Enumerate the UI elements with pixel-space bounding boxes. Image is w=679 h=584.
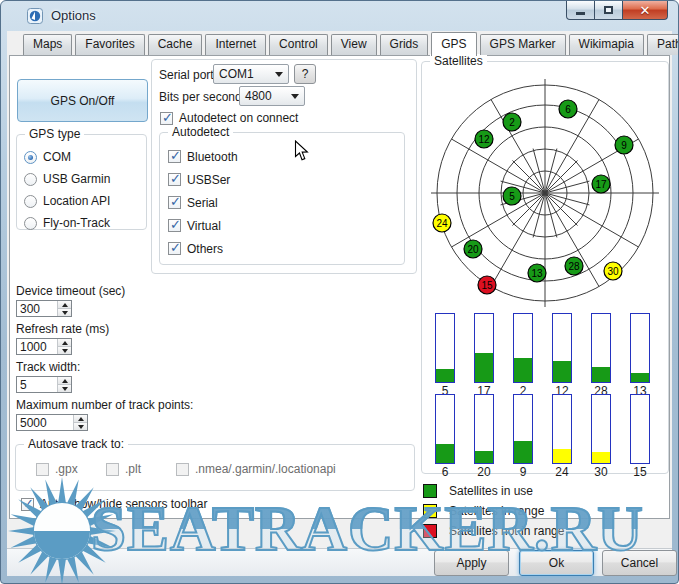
maximize-button[interactable] — [594, 1, 623, 20]
spin-up-button[interactable] — [58, 377, 71, 385]
checkbox-option[interactable]: Virtual — [168, 214, 238, 237]
checkbox-option[interactable]: Others — [168, 237, 238, 260]
tab-favorites[interactable]: Favorites — [75, 34, 144, 55]
bits-per-second-combo[interactable]: 4800 — [239, 86, 305, 106]
signal-bar — [513, 313, 533, 383]
satellite-dot: 17 — [592, 175, 610, 193]
checkbox-icon[interactable] — [21, 498, 34, 511]
triangle-up-icon — [62, 303, 68, 307]
checkbox-icon[interactable] — [168, 173, 181, 186]
radio-option[interactable]: USB Garmin — [24, 168, 110, 190]
sensors-toolbar-label: Auto show/hide sensors toolbar — [40, 497, 207, 511]
autodetect-group: Autodetect BluetoothUSBSerSerialVirtualO… — [159, 132, 405, 265]
spin-down-button[interactable] — [58, 385, 71, 392]
radio-label: USB Garmin — [43, 172, 110, 186]
radio-option[interactable]: Fly-on-Track — [24, 212, 110, 234]
checkbox-icon[interactable] — [168, 196, 181, 209]
svg-text:6: 6 — [565, 104, 571, 115]
tab-wikimapia[interactable]: Wikimapia — [569, 34, 644, 55]
tab-cache[interactable]: Cache — [148, 34, 203, 55]
checkbox-icon[interactable] — [176, 463, 189, 476]
autosave-group-label: Autosave track to: — [24, 437, 128, 451]
autodetect-on-connect-checkbox[interactable]: Autodetect on connect — [160, 111, 298, 125]
spinner-input[interactable]: 5000 — [16, 414, 88, 431]
spinner-arrows[interactable] — [57, 377, 71, 392]
checkbox-option[interactable]: .nmea/.garmin/.locationapi — [176, 462, 336, 476]
checkbox-label: Others — [187, 242, 223, 256]
tab-maps[interactable]: Maps — [23, 34, 72, 55]
signal-bar — [552, 313, 572, 383]
tab-view[interactable]: View — [331, 34, 377, 55]
checkbox-option[interactable]: Serial — [168, 191, 238, 214]
spinner-input[interactable]: 5 — [16, 376, 72, 393]
tab-gps-marker[interactable]: GPS Marker — [480, 34, 566, 55]
checkbox-option[interactable]: Bluetooth — [168, 145, 238, 168]
checkbox-icon[interactable] — [36, 463, 49, 476]
radio-option[interactable]: COM — [24, 146, 110, 168]
tab-grids[interactable]: Grids — [380, 34, 429, 55]
signal-bar-fill — [436, 369, 454, 382]
tab-paths[interactable]: Paths — [647, 34, 679, 55]
signal-bar-fill — [553, 361, 571, 382]
radio-icon[interactable] — [24, 195, 37, 208]
spin-down-button[interactable] — [74, 423, 87, 430]
spinner-input[interactable]: 300 — [16, 300, 72, 317]
checkbox-icon[interactable] — [168, 242, 181, 255]
checkbox-icon[interactable] — [168, 150, 181, 163]
cancel-button[interactable]: Cancel — [602, 550, 677, 576]
radio-icon[interactable] — [24, 173, 37, 186]
spinner-arrows[interactable] — [73, 415, 87, 430]
gps-on-off-button[interactable]: GPS On/Off — [17, 79, 148, 122]
window-title: Options — [51, 8, 96, 23]
checkbox-icon[interactable] — [106, 463, 119, 476]
signal-bar — [513, 394, 533, 464]
legend-item: Satellites not in range — [423, 524, 564, 538]
tab-gps[interactable]: GPS — [431, 32, 476, 56]
radio-label: Fly-on-Track — [43, 216, 110, 230]
spin-up-button[interactable] — [58, 339, 71, 347]
radio-icon[interactable] — [24, 151, 37, 164]
checkbox-label: USBSer — [187, 173, 230, 187]
gps-type-options: COMUSB GarminLocation APIFly-on-Track — [24, 146, 110, 234]
legend-swatch — [423, 524, 437, 538]
numeric-field: Track width:5 — [16, 360, 216, 393]
svg-text:2: 2 — [509, 117, 515, 128]
checkbox-label: .plt — [125, 462, 141, 476]
spin-up-button[interactable] — [58, 301, 71, 309]
spinner-arrows[interactable] — [57, 301, 71, 316]
spinner-input[interactable]: 1000 — [16, 338, 72, 355]
help-button[interactable]: ? — [294, 64, 316, 84]
satellite-dot: 12 — [475, 130, 493, 148]
satellite-dot: 6 — [559, 100, 577, 118]
tab-control[interactable]: Control — [269, 34, 328, 55]
legend-swatch — [423, 504, 437, 518]
close-button[interactable]: ✕ — [622, 1, 668, 20]
ok-button[interactable]: Ok — [519, 550, 594, 576]
apply-button[interactable]: Apply — [434, 550, 509, 576]
checkbox-option[interactable]: USBSer — [168, 168, 238, 191]
checkbox-option[interactable]: .gpx — [36, 462, 106, 476]
checkbox-option[interactable]: .plt — [106, 462, 176, 476]
spin-up-button[interactable] — [74, 415, 87, 423]
sensors-toolbar-checkbox[interactable]: Auto show/hide sensors toolbar — [21, 497, 207, 511]
serial-port-combo[interactable]: COM1 — [213, 64, 289, 84]
legend-label: Satellites not in range — [449, 524, 564, 538]
satellite-dot: 15 — [478, 276, 496, 294]
minimize-button[interactable] — [566, 1, 595, 20]
serial-port-label: Serial port — [159, 68, 214, 82]
satellites-group-label: Satellites — [430, 54, 487, 68]
spin-down-button[interactable] — [58, 309, 71, 316]
radio-icon[interactable] — [24, 217, 37, 230]
spin-down-button[interactable] — [58, 347, 71, 354]
checkbox-icon[interactable] — [160, 112, 173, 125]
app-icon — [27, 8, 43, 24]
checkbox-icon[interactable] — [168, 219, 181, 232]
tab-internet[interactable]: Internet — [205, 34, 266, 55]
spinner-arrows[interactable] — [57, 339, 71, 354]
legend-item: Satellites in use — [423, 484, 533, 498]
signal-bar-prn: 30 — [585, 465, 617, 479]
title-bar[interactable]: Options ✕ — [1, 1, 678, 31]
radio-option[interactable]: Location API — [24, 190, 110, 212]
svg-text:17: 17 — [595, 179, 607, 190]
numeric-field: Refresh rate (ms)1000 — [16, 322, 216, 355]
